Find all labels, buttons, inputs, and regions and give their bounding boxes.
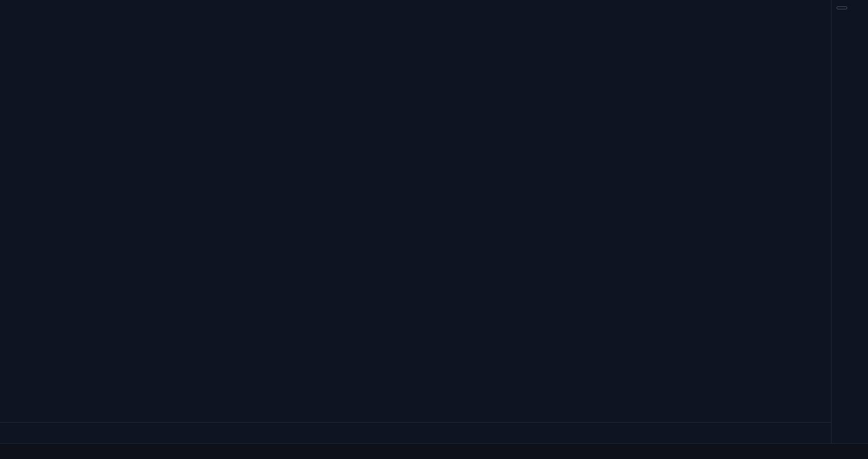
brand-strip <box>0 443 868 459</box>
chart-canvas[interactable] <box>0 0 831 443</box>
time-axis[interactable] <box>0 422 831 444</box>
price-axis[interactable] <box>831 0 868 443</box>
currency-badge[interactable] <box>836 6 847 9</box>
chart-window <box>0 0 868 459</box>
symbol-header <box>6 4 28 15</box>
